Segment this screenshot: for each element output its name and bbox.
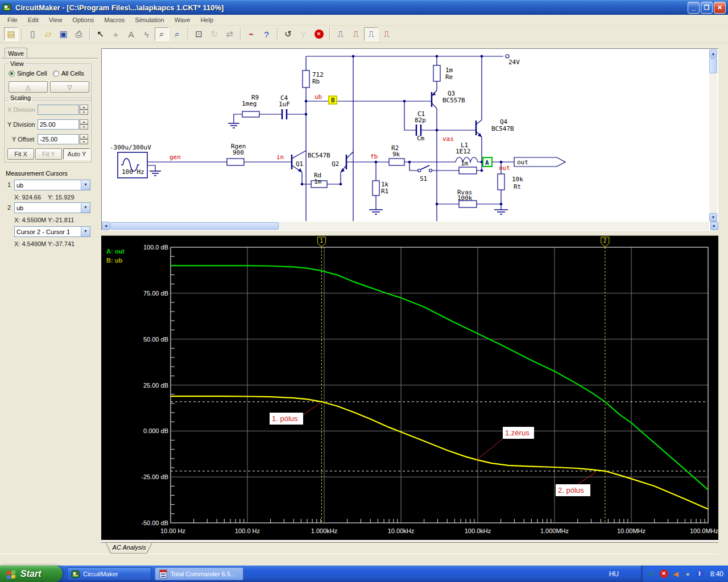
- parts-browser-button[interactable]: ▤: [4, 27, 18, 41]
- pen-icon[interactable]: ✐: [647, 569, 657, 579]
- status-strip: [0, 554, 728, 566]
- schematic-canvas[interactable]: 712RbR91megC41uFub-300u/300uV100 HzgenRg…: [101, 48, 718, 230]
- tab-ac-analysis[interactable]: AC Analysis: [106, 543, 152, 554]
- x-tick-label: 100.0 Hz: [235, 527, 260, 534]
- cursor1-signal-select[interactable]: ub ▼: [14, 180, 90, 190]
- cursor-diff-select[interactable]: Cursor 2 - Cursor 1 ▼: [14, 226, 90, 237]
- schematic-label: ub: [315, 93, 322, 101]
- digital-analog-switch-icon: ⌁: [249, 29, 254, 39]
- language-indicator[interactable]: HU: [609, 566, 619, 582]
- waveform-plot[interactable]: 12100.0 dB75.00 dB50.00 dB25.00 dB0.000 …: [101, 236, 718, 540]
- reset-button[interactable]: ↺: [281, 27, 295, 41]
- menu-item-file[interactable]: File: [2, 15, 23, 24]
- windows-logo-icon: [6, 568, 17, 580]
- save-button[interactable]: ▣: [56, 27, 71, 41]
- analog-scope-button[interactable]: ⎍: [364, 27, 378, 41]
- close-button[interactable]: ✕: [714, 2, 726, 14]
- digital-scope-button[interactable]: ⎍: [349, 27, 363, 41]
- menu-item-macros[interactable]: Macros: [99, 15, 130, 24]
- cursor1-index: 1: [7, 181, 11, 188]
- zoom-tool-button[interactable]: ⌕: [170, 27, 184, 41]
- select-arrow-button[interactable]: ↖: [93, 27, 107, 41]
- menu-item-help[interactable]: Help: [195, 15, 218, 24]
- cell-up-button[interactable]: △: [9, 81, 48, 93]
- y-division-stepper[interactable]: ▲▼: [80, 119, 88, 130]
- wrench-button[interactable]: Y: [296, 27, 311, 41]
- y-tick-label: 100.0 dB: [143, 244, 168, 251]
- rotate-button[interactable]: ↻: [207, 27, 221, 41]
- y-tick-label: -25.00 dB: [141, 473, 168, 480]
- radio-all-cells[interactable]: All Cells: [53, 70, 84, 77]
- horizontal-scroll-thumb[interactable]: [110, 222, 279, 230]
- help-button[interactable]: ?: [259, 27, 274, 41]
- fit-page-button[interactable]: ⊡: [192, 27, 206, 41]
- total-commander-icon: [159, 569, 168, 579]
- chevron-down-icon[interactable]: ▼: [81, 180, 90, 190]
- scroll-up-button[interactable]: ▲: [709, 49, 717, 58]
- chevron-down-icon[interactable]: ▼: [81, 203, 90, 213]
- text-tool-button[interactable]: A: [124, 27, 138, 41]
- analog-scope-icon: ⎍: [368, 29, 374, 39]
- volume-icon[interactable]: ◀: [671, 569, 681, 579]
- menu-item-simulation[interactable]: Simulation: [130, 15, 169, 24]
- menu-item-options[interactable]: Options: [67, 15, 99, 24]
- restore-button[interactable]: ❐: [701, 2, 713, 14]
- circuitmaker-window: CircuitMaker - [C:\Program Files\...\ala…: [0, 0, 728, 582]
- probe-tool-button[interactable]: ⌕: [155, 27, 169, 41]
- legend-entry: B: ub: [106, 257, 122, 264]
- radio-single-cell[interactable]: Single Cell: [9, 70, 47, 77]
- menu-item-view[interactable]: View: [44, 15, 68, 24]
- auto-y-button[interactable]: Auto Y: [63, 148, 90, 160]
- menu-item-wave[interactable]: Wave: [169, 15, 196, 24]
- taskbar-item-circuitmaker[interactable]: CircuitMaker: [67, 567, 151, 580]
- stop-button[interactable]: ✕: [312, 27, 326, 41]
- x-division-stepper[interactable]: ▲▼: [80, 105, 88, 115]
- pane-splitter[interactable]: [101, 230, 718, 236]
- tab-wave[interactable]: Wave: [5, 48, 27, 59]
- print-button[interactable]: ⎙: [72, 27, 86, 41]
- menu-item-edit[interactable]: Edit: [23, 15, 44, 24]
- start-button[interactable]: Start: [0, 566, 63, 582]
- mixed-scope-button[interactable]: ⎍: [379, 27, 394, 41]
- save-icon: ▣: [59, 29, 67, 39]
- scaling-groupbox: Scaling X Division ▲▼ Y Division 25.00 ▲…: [5, 98, 92, 163]
- scope-probe-button[interactable]: ⎍: [333, 27, 348, 41]
- schematic-label: 900: [233, 149, 244, 156]
- scroll-left-button[interactable]: ◄: [102, 222, 110, 230]
- scroll-right-button[interactable]: ►: [710, 222, 718, 230]
- fit-x-button[interactable]: Fit X: [7, 148, 34, 160]
- probe-marker-letter: A: [485, 159, 489, 167]
- probe-tool-icon: ⌕: [159, 29, 164, 39]
- cursor-diff-readout: X: 4.5490M Y:-37.741: [14, 240, 75, 247]
- y-division-input[interactable]: 25.00: [38, 119, 79, 130]
- wireless-icon[interactable]: ●: [683, 569, 693, 579]
- scaling-caption: Scaling: [9, 94, 32, 101]
- schematic-label: 24V: [508, 59, 520, 66]
- bluetooth-icon[interactable]: ᛒ: [695, 569, 705, 579]
- taskbar-item-total-commander[interactable]: Total Commander 6.5...: [155, 567, 243, 580]
- new-document-icon: ▯: [30, 29, 35, 39]
- security-shield-icon[interactable]: ✕: [659, 569, 669, 579]
- delete-tool-button[interactable]: ϟ: [139, 27, 154, 41]
- tab-row-line: [101, 542, 718, 543]
- analysis-tab-row: AC Analysis: [101, 540, 718, 554]
- chevron-down-icon[interactable]: ▼: [81, 227, 90, 236]
- minimize-button[interactable]: _: [688, 2, 700, 14]
- x-tick-label: 100.0MHz: [690, 527, 718, 534]
- vertical-scroll-thumb[interactable]: [709, 59, 717, 73]
- cell-down-button[interactable]: ▽: [50, 81, 89, 93]
- fit-y-button[interactable]: Fit Y: [35, 148, 62, 160]
- mirror-button[interactable]: ⇄: [222, 27, 237, 41]
- wire-tool-button[interactable]: +: [109, 27, 123, 41]
- new-document-button[interactable]: ▯: [26, 27, 40, 41]
- digital-scope-icon: ⎍: [353, 29, 359, 39]
- y-offset-input[interactable]: -25.00: [38, 134, 79, 144]
- x-division-input[interactable]: [38, 105, 79, 115]
- y-offset-stepper[interactable]: ▲▼: [80, 134, 88, 144]
- scroll-down-button[interactable]: ▼: [709, 213, 717, 222]
- open-folder-button[interactable]: ▱: [41, 27, 55, 41]
- vertical-scrollbar[interactable]: [709, 58, 717, 213]
- digital-analog-switch-button[interactable]: ⌁: [244, 27, 258, 41]
- cursor2-signal-select[interactable]: ub ▼: [14, 202, 90, 213]
- x-tick-label: 10.00MHz: [617, 527, 646, 534]
